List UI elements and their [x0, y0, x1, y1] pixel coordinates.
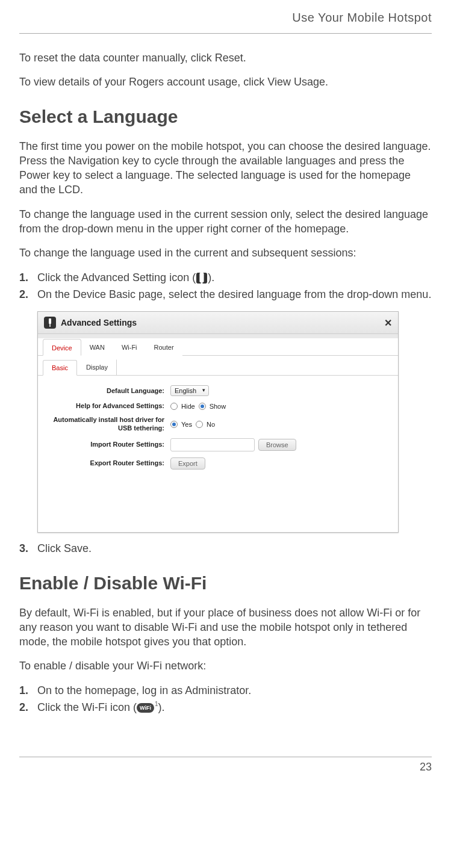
row-import-settings: Import Router Settings: Browse: [44, 438, 392, 451]
wifi-p2: To enable / disable your Wi-Fi network:: [19, 659, 432, 673]
adv-title-icon: [44, 317, 56, 329]
page-header-title: Use Your Mobile Hotspot: [19, 6, 432, 33]
adv-sub-tabs: Basic Display: [38, 356, 398, 376]
page-number: 23: [19, 757, 432, 781]
wifi-icon: WiFi: [137, 703, 154, 713]
wifi-step-1: On to the homepage, log in as Administra…: [19, 683, 432, 698]
subtab-basic[interactable]: Basic: [43, 360, 77, 376]
svg-rect-0: [200, 273, 204, 282]
label-export-settings: Export Router Settings:: [44, 459, 170, 467]
import-path-input[interactable]: [170, 438, 255, 451]
enable-disable-wifi-heading: Enable / Disable Wi-Fi: [19, 573, 432, 594]
svg-rect-3: [49, 324, 51, 327]
wifi-steps-list: On to the homepage, log in as Administra…: [19, 683, 432, 715]
label-auto-install: Automatically install host driver for US…: [44, 416, 170, 432]
wifi-p1: By default, Wi-Fi is enabled, but if you…: [19, 606, 432, 649]
lang-step-1-pre: Click the Advanced Setting icon (: [37, 271, 196, 284]
row-export-settings: Export Router Settings: Export: [44, 457, 392, 470]
default-language-select[interactable]: English: [170, 385, 209, 396]
row-default-language: Default Language: English: [44, 385, 392, 396]
radio-help-hide[interactable]: [170, 403, 178, 410]
lang-p1: The first time you power on the mobile h…: [19, 139, 432, 197]
radio-label-show: Show: [210, 403, 226, 410]
label-default-language: Default Language:: [44, 387, 170, 395]
tab-router[interactable]: Router: [146, 339, 182, 356]
export-button[interactable]: Export: [170, 457, 205, 470]
intro-usage-text: To view details of your Rogers account u…: [19, 75, 432, 89]
lang-step-2: On the Device Basic page, select the des…: [19, 287, 432, 302]
adv-main-tabs: Device WAN Wi-Fi Router: [38, 338, 398, 356]
svg-rect-2: [49, 318, 51, 324]
subtab-display[interactable]: Display: [77, 359, 117, 375]
adv-title-text: Advanced Settings: [61, 318, 137, 327]
close-icon[interactable]: ✕: [384, 317, 392, 329]
lang-step-3: Click Save.: [19, 541, 432, 556]
lang-p3: To change the language used in the curre…: [19, 246, 432, 260]
adv-titlebar: Advanced Settings ✕: [38, 312, 398, 334]
advanced-settings-icon: [196, 273, 207, 284]
radio-label-no: No: [207, 421, 215, 428]
intro-reset-text: To reset the data counter manually, clic…: [19, 51, 432, 65]
wifi-step-2-post: ).: [158, 701, 165, 713]
wifi-step-2: Click the Wi-Fi icon (WiFi1).: [19, 700, 432, 715]
radio-help-show[interactable]: [199, 403, 206, 410]
header-divider: [19, 33, 432, 34]
tab-device[interactable]: Device: [43, 339, 81, 356]
advanced-settings-window: Advanced Settings ✕ Device WAN Wi-Fi Rou…: [37, 311, 399, 533]
radio-label-hide: Hide: [181, 403, 195, 410]
tab-wan[interactable]: WAN: [81, 339, 113, 356]
lang-steps-list-cont: Click Save.: [19, 541, 432, 556]
label-help-advanced: Help for Advanced Settings:: [44, 402, 170, 410]
radio-auto-yes[interactable]: [170, 421, 178, 428]
select-language-heading: Select a Language: [19, 107, 432, 127]
lang-step-1: Click the Advanced Setting icon ( ).: [19, 270, 432, 285]
row-help-advanced: Help for Advanced Settings: Hide Show: [44, 402, 392, 410]
radio-auto-no[interactable]: [196, 421, 203, 428]
wifi-step-2-pre: Click the Wi-Fi icon (: [37, 701, 137, 713]
radio-label-yes: Yes: [181, 421, 192, 428]
adv-form: Default Language: English Help for Advan…: [38, 376, 398, 532]
row-auto-install: Automatically install host driver for US…: [44, 416, 392, 432]
lang-p2: To change the language used in the curre…: [19, 207, 432, 237]
label-import-settings: Import Router Settings:: [44, 441, 170, 448]
lang-steps-list: Click the Advanced Setting icon ( ). On …: [19, 270, 432, 302]
tab-wifi[interactable]: Wi-Fi: [113, 339, 146, 356]
lang-step-1-post: ).: [208, 271, 214, 284]
browse-button[interactable]: Browse: [258, 439, 296, 451]
